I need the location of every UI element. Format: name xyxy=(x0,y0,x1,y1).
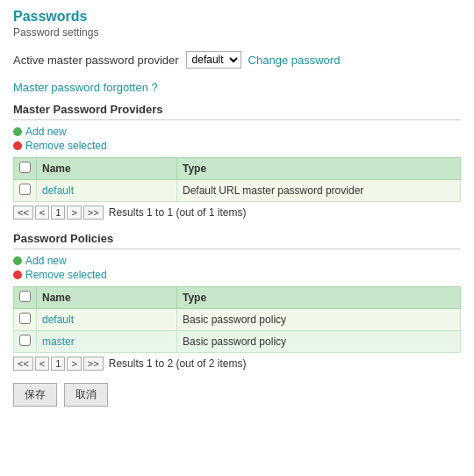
footer-buttons: 保存 取消 xyxy=(13,383,461,407)
providers-pagination: << < 1 > >> Results 1 to 1 (out of 1 ite… xyxy=(13,206,461,220)
providers-section-title: Master Password Providers xyxy=(13,103,461,116)
policies-pagination: << < 1 > >> Results 1 to 2 (out of 2 ite… xyxy=(13,357,461,371)
policies-table-header-row: Name Type xyxy=(14,287,461,309)
row-checkbox[interactable] xyxy=(19,313,31,324)
policies-select-all-checkbox[interactable] xyxy=(19,291,31,302)
policies-remove-selected-link[interactable]: Remove selected xyxy=(13,269,461,281)
table-row: master Basic password policy xyxy=(14,331,461,353)
cancel-button[interactable]: 取消 xyxy=(64,383,108,407)
table-row: default Default URL master password prov… xyxy=(14,180,461,202)
policies-header-check xyxy=(14,287,37,309)
providers-table: Name Type default Default URL master pas… xyxy=(13,157,461,202)
row-name: default xyxy=(37,180,177,202)
providers-divider xyxy=(13,119,461,120)
row-type: Basic password policy xyxy=(177,331,461,353)
providers-add-new-link[interactable]: Add new xyxy=(13,126,461,138)
forgotten-password-link[interactable]: Master password forgotten ? xyxy=(13,81,461,94)
policies-prev-page-btn[interactable]: < xyxy=(35,357,49,371)
row-checkbox[interactable] xyxy=(19,184,31,195)
row-checkbox[interactable] xyxy=(19,335,31,346)
policies-next-page-btn[interactable]: > xyxy=(67,357,81,371)
policies-last-page-btn[interactable]: >> xyxy=(83,357,104,371)
policies-add-new-link[interactable]: Add new xyxy=(13,255,461,267)
providers-prev-page-btn[interactable]: < xyxy=(35,206,49,220)
page-subtitle: Password settings xyxy=(13,26,461,39)
policies-table: Name Type default Basic password policy … xyxy=(13,286,461,353)
change-password-link[interactable]: Change password xyxy=(248,54,341,67)
policies-section-title: Password Policies xyxy=(13,232,461,245)
providers-header-name: Name xyxy=(37,158,177,180)
page-title: Passwords xyxy=(13,9,461,25)
table-row: default Basic password policy xyxy=(14,309,461,331)
save-button[interactable]: 保存 xyxy=(13,383,57,407)
add-icon xyxy=(13,127,22,136)
row-name: default xyxy=(37,309,177,331)
providers-page-btn[interactable]: 1 xyxy=(51,206,65,220)
providers-first-page-btn[interactable]: << xyxy=(13,206,33,220)
master-password-row: Active master password provider default … xyxy=(13,51,461,69)
providers-remove-selected-link[interactable]: Remove selected xyxy=(13,140,461,152)
policies-add-icon xyxy=(13,256,22,265)
providers-next-page-btn[interactable]: > xyxy=(67,206,81,220)
master-password-label: Active master password provider xyxy=(13,54,179,67)
policies-header-type: Type xyxy=(177,287,461,309)
providers-header-check xyxy=(14,158,37,180)
providers-page-info: Results 1 to 1 (out of 1 items) xyxy=(109,206,247,219)
providers-header-type: Type xyxy=(177,158,461,180)
row-type: Default URL master password provider xyxy=(177,180,461,202)
provider-select[interactable]: default xyxy=(186,51,241,69)
row-type: Basic password policy xyxy=(177,309,461,331)
policies-page-btn[interactable]: 1 xyxy=(51,357,65,371)
providers-last-page-btn[interactable]: >> xyxy=(83,206,104,220)
policies-header-name: Name xyxy=(37,287,177,309)
providers-select-all-checkbox[interactable] xyxy=(19,162,31,173)
policies-remove-icon xyxy=(13,270,22,279)
remove-icon xyxy=(13,141,22,150)
providers-table-header-row: Name Type xyxy=(14,158,461,180)
policies-first-page-btn[interactable]: << xyxy=(13,357,33,371)
policies-divider xyxy=(13,249,461,249)
row-name: master xyxy=(37,331,177,353)
policies-page-info: Results 1 to 2 (out of 2 items) xyxy=(109,357,247,370)
